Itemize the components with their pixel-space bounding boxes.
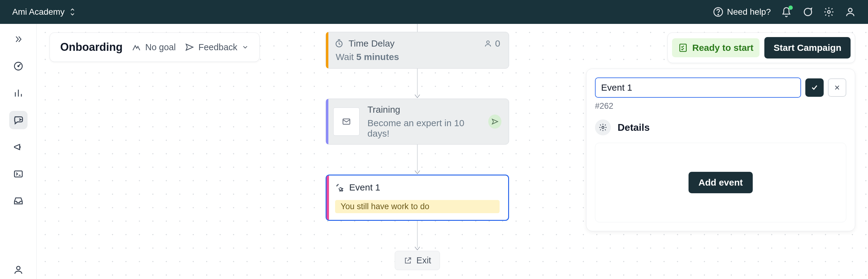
people-count-value: 0 [495,38,500,49]
svg-point-1 [718,14,718,15]
node-event[interactable]: Event 1 You still have work to do [326,174,509,221]
svg-point-3 [848,8,852,12]
email-title: Training [368,105,480,115]
connector [417,144,417,171]
node-time-delay[interactable]: Time Delay 0 Wait 5 minutes [326,32,509,68]
nav-account[interactable] [9,261,28,279]
nav-analytics[interactable] [9,84,28,102]
sent-badge [488,115,501,129]
flow-title: Onboarding [60,41,123,54]
arrow-down-icon [414,247,420,251]
chevrons-right-icon [14,35,23,44]
goal-button[interactable]: No goal [132,42,176,52]
app-header: Ami Academy Need help? [0,0,868,24]
settings-icon[interactable] [824,6,834,18]
help-icon [713,7,723,17]
svg-point-10 [487,41,490,44]
confirm-name-button[interactable] [805,78,824,97]
chat-loop-icon [13,115,24,125]
details-panel: #262 Details Add event [586,68,855,231]
need-help-label: Need help? [727,7,771,17]
profile-icon[interactable] [845,6,856,18]
gauge-icon [13,61,24,72]
details-section-header[interactable]: Details [595,119,846,135]
ready-badge: Ready to start [672,38,760,57]
svg-rect-8 [680,44,686,52]
nav-automation[interactable] [9,165,28,183]
workspace-name: Ami Academy [12,7,64,17]
user-icon [13,264,24,275]
svg-point-5 [18,65,19,66]
chat-icon[interactable] [802,6,813,18]
feedback-button[interactable]: Feedback [185,42,249,52]
event-title: Event 1 [349,182,380,193]
add-event-button[interactable]: Add event [688,172,752,193]
checklist-icon [678,43,688,53]
feedback-label: Feedback [198,42,237,52]
arrow-down-icon [414,94,420,99]
cancel-name-button[interactable] [828,78,846,97]
svg-point-12 [602,127,604,129]
wait-prefix: Wait [336,52,354,62]
wait-value: 5 minutes [356,52,399,62]
details-body: Add event [595,143,846,222]
svg-rect-6 [14,171,22,177]
notification-dot [788,5,793,10]
paper-plane-icon [491,118,499,125]
cursor-click-icon [335,183,344,192]
svg-point-7 [17,267,20,270]
email-subtitle: Become an expert in 10 days! [368,118,480,139]
terminal-icon [13,169,24,179]
node-accent [326,99,329,144]
nav-inbox[interactable] [9,192,28,210]
flow-column: Time Delay 0 Wait 5 minutes Training Bec… [326,24,509,270]
flow-controls: Ready to start Start Campaign [668,32,855,63]
node-accent [326,32,329,68]
stopwatch-icon [335,39,344,48]
nav-campaigns[interactable] [9,111,28,129]
notifications-button[interactable] [781,7,792,17]
ready-label: Ready to start [692,43,753,53]
start-campaign-button[interactable]: Start Campaign [764,37,850,58]
node-title: Time Delay [348,38,395,49]
flow-canvas[interactable]: Onboarding No goal Feedback Ready to sta… [37,24,868,279]
goal-label: No goal [145,42,176,52]
inbox-icon [13,196,24,206]
need-help-link[interactable]: Need help? [713,7,771,17]
node-accent [327,175,329,220]
chevron-down-icon [242,44,249,51]
gear-icon [599,123,607,132]
chevron-updown-icon [69,8,75,16]
node-exit[interactable]: Exit [395,251,440,270]
nav-broadcast[interactable] [9,138,28,156]
megaphone-icon [13,142,24,152]
email-thumbnail [333,108,360,136]
nav-sidebar [0,24,37,279]
event-id: #262 [595,101,846,111]
svg-point-2 [828,11,830,13]
event-warning: You still have work to do [335,200,500,213]
flow-header: Onboarding No goal Feedback [50,32,259,62]
people-count: 0 [484,38,500,49]
connector [417,68,417,95]
send-icon [185,43,194,52]
envelope-icon [341,117,352,126]
bar-chart-icon [13,88,24,98]
details-label: Details [618,122,650,133]
workspace-switcher[interactable]: Ami Academy [12,7,75,17]
sidebar-expand-button[interactable] [9,30,28,48]
node-subtitle: Wait 5 minutes [335,52,500,62]
node-email[interactable]: Training Become an expert in 10 days! [326,99,509,144]
external-link-icon [404,256,412,265]
check-icon [810,84,818,91]
close-icon [833,84,841,91]
connector [417,221,417,248]
event-name-input[interactable] [595,78,801,98]
goal-icon [132,43,141,52]
nav-dashboard[interactable] [9,57,28,75]
connector [417,24,417,32]
exit-label: Exit [416,255,431,266]
person-icon [484,39,492,48]
arrow-down-icon [414,170,420,174]
